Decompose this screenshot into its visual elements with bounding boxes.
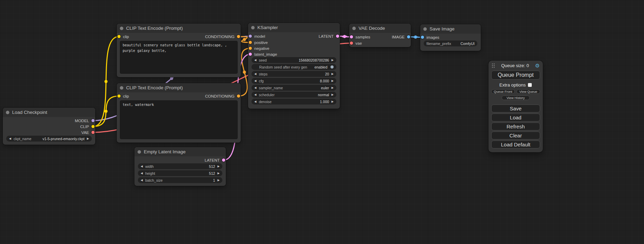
ckpt-name-widget[interactable]: ◀ ckpt_name v1-5-pruned-emaonly.ckpt ▶ [6,136,92,142]
increment-arrow-icon[interactable]: ▶ [332,87,334,89]
decrement-arrow-icon[interactable]: ◀ [254,93,256,96]
increment-arrow-icon[interactable]: ▶ [332,73,334,75]
prompt-textarea[interactable]: text, watermark [120,100,238,139]
decrement-arrow-icon[interactable]: ◀ [254,73,256,75]
node-title-bar[interactable]: VAE Decode [349,24,411,33]
extra-options-checkbox[interactable] [528,83,532,87]
increment-arrow-icon[interactable]: ▶ [218,172,220,175]
collapse-dot-icon[interactable] [352,27,356,30]
latent-output-port[interactable] [222,159,225,162]
decrement-arrow-icon[interactable]: ◀ [254,80,256,82]
conditioning-output-port[interactable] [237,35,240,38]
clip-output-port[interactable] [91,125,95,128]
decrement-arrow-icon[interactable]: ◀ [254,59,256,62]
height-widget[interactable]: ◀ height 512 ▶ [138,170,222,176]
save-button[interactable]: Save [491,105,540,112]
node-save-image[interactable]: Save Image images filename_prefix ComfyU… [420,24,481,51]
port-label: images [426,35,439,39]
denoise-widget[interactable]: ◀ denoise 1.000 ▶ [252,99,336,105]
queue-front-button[interactable]: Queue Front [491,89,515,94]
collapse-dot-icon[interactable] [120,27,123,30]
refresh-button[interactable]: Refresh [491,123,540,130]
settings-gear-icon[interactable]: ⚙ [535,63,540,68]
negative-input-port[interactable] [249,47,252,50]
prompt-textarea[interactable]: beautiful scenery nature glass bottle la… [120,41,238,74]
images-input-port[interactable] [421,36,424,39]
decrement-arrow-icon[interactable]: ◀ [141,179,143,182]
decrement-arrow-icon[interactable]: ◀ [9,137,11,140]
node-clip-text-encode-positive[interactable]: CLIP Text Encode (Prompt) clip CONDITION… [117,24,241,77]
node-ksampler[interactable]: KSampler model positive negative latent_… [248,23,340,109]
decrement-arrow-icon[interactable]: ◀ [141,165,143,168]
port-label: clip [123,35,129,39]
input-slot-vae: vae [350,40,362,46]
model-output-port[interactable] [91,119,95,122]
port-label: CONDITIONING [205,35,235,39]
node-title: Empty Latent Image [144,149,186,154]
view-queue-button[interactable]: View Queue [517,89,540,94]
port-label: latent_image [254,52,277,56]
link-midpoint-dot [343,35,346,38]
image-output-port[interactable] [407,35,410,38]
node-empty-latent-image[interactable]: Empty Latent Image LATENT ◀ width 512 ▶ … [134,147,226,186]
samples-input-port[interactable] [350,35,353,38]
increment-arrow-icon[interactable]: ▶ [332,80,334,82]
increment-arrow-icon[interactable]: ▶ [87,137,89,140]
batch-size-widget[interactable]: ◀ batch_size 1 ▶ [138,177,222,183]
node-graph-canvas[interactable]: Load Checkpoint MODEL CLIP VAE ◀ ckpt_na… [0,0,644,244]
widget-value: 512 [209,164,215,169]
drag-handle[interactable] [492,63,495,68]
increment-arrow-icon[interactable]: ▶ [332,93,334,96]
increment-arrow-icon[interactable]: ▶ [332,59,334,62]
vae-output-port[interactable] [91,131,95,134]
conditioning-output-port[interactable] [237,94,240,98]
vae-input-port[interactable] [350,42,353,45]
clear-button[interactable]: Clear [491,132,540,139]
node-vae-decode[interactable]: VAE Decode samples vae IMAGE [349,24,411,47]
node-clip-text-encode-negative[interactable]: CLIP Text Encode (Prompt) clip CONDITION… [117,83,241,143]
increment-arrow-icon[interactable]: ▶ [218,179,220,182]
scheduler-widget[interactable]: ◀ scheduler normal ▶ [252,92,336,98]
load-button[interactable]: Load [491,114,540,121]
random-seed-toggle-widget[interactable]: Random seed after every gen enabled [252,64,336,70]
collapse-dot-icon[interactable] [138,150,141,154]
width-widget[interactable]: ◀ width 512 ▶ [138,163,222,169]
node-title-bar[interactable]: CLIP Text Encode (Prompt) [117,24,241,33]
widget-value: 512 [209,171,215,175]
steps-widget[interactable]: ◀ steps 20 ▶ [252,71,336,77]
model-input-port[interactable] [249,35,252,38]
collapse-dot-icon[interactable] [120,86,123,90]
clip-input-port[interactable] [117,35,121,38]
collapse-dot-icon[interactable] [6,111,9,114]
decrement-arrow-icon[interactable]: ◀ [254,100,256,103]
cfg-widget[interactable]: ◀ cfg 8.000 ▶ [252,78,336,84]
latent-image-input-port[interactable] [249,53,252,56]
node-title-bar[interactable]: Load Checkpoint [3,108,95,117]
sampler-name-widget[interactable]: ◀ sampler_name euler ▶ [252,85,336,91]
input-slot-positive: positive [249,40,268,45]
node-load-checkpoint[interactable]: Load Checkpoint MODEL CLIP VAE ◀ ckpt_na… [3,108,95,145]
increment-arrow-icon[interactable]: ▶ [218,165,220,168]
output-slot-clip: CLIP [80,124,95,129]
widget-value: 1.000 [320,100,329,104]
clip-input-port[interactable] [117,94,121,98]
collapse-dot-icon[interactable] [251,26,255,29]
latent-output-port[interactable] [336,35,339,38]
load-default-button[interactable]: Load Default [491,141,540,148]
increment-arrow-icon[interactable]: ▶ [332,100,334,103]
decrement-arrow-icon[interactable]: ◀ [141,172,143,175]
decrement-arrow-icon[interactable]: ◀ [254,87,256,89]
port-label: negative [254,46,269,51]
node-title: Save Image [430,26,455,31]
positive-input-port[interactable] [249,41,252,44]
node-title-bar[interactable]: Empty Latent Image [134,147,226,156]
node-title-bar[interactable]: Save Image [420,24,481,34]
node-title-bar[interactable]: CLIP Text Encode (Prompt) [117,83,241,92]
collapse-dot-icon[interactable] [423,27,427,31]
filename-prefix-widget[interactable]: filename_prefix ComfyUI [424,40,477,46]
view-history-button[interactable]: View History [502,96,530,100]
queue-prompt-button[interactable]: Queue Prompt [491,71,540,80]
node-title-bar[interactable]: KSampler [248,23,340,32]
port-label: vae [355,41,362,45]
seed-widget[interactable]: ◀ seed 156680208700286 ▶ [252,57,336,63]
